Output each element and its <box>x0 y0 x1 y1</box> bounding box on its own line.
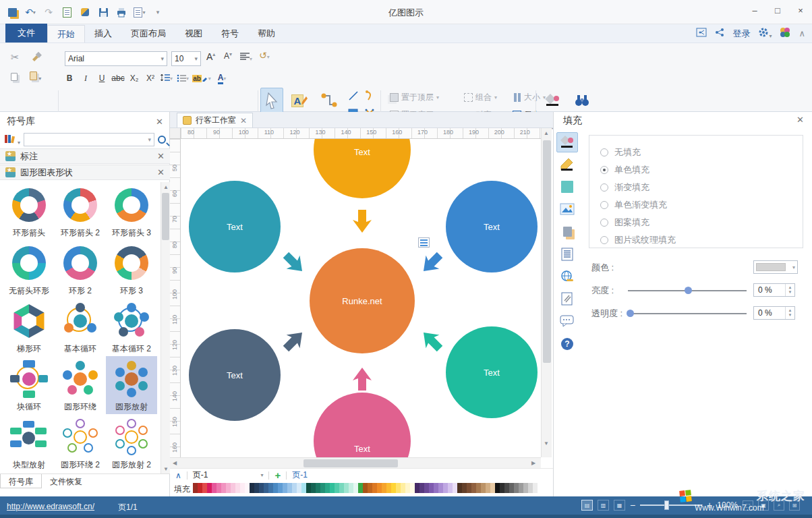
view-mode-outline-icon[interactable]: ▥ <box>598 500 609 511</box>
palette-swatch[interactable] <box>335 483 339 493</box>
group-button[interactable]: 组合▾ <box>464 92 497 103</box>
cut-icon[interactable]: ✂ <box>11 51 20 63</box>
palette-swatch[interactable] <box>330 483 335 493</box>
tab-symbol-library[interactable]: 符号库 <box>0 474 42 488</box>
palette-swatch[interactable] <box>434 483 438 493</box>
paste-icon[interactable]: ▾ <box>30 71 41 82</box>
library-section-callouts[interactable]: 标注 ✕ <box>0 148 170 164</box>
zoom-slider-thumb[interactable] <box>664 500 669 510</box>
radio-icon[interactable] <box>600 236 608 244</box>
sidebar-scrollbar[interactable]: ▲ ▼ <box>161 182 170 473</box>
line-shape-icon[interactable] <box>348 90 359 103</box>
palette-swatch[interactable] <box>292 483 297 493</box>
shape-item[interactable]: 块型放射 <box>3 414 55 472</box>
palette-swatch[interactable] <box>424 483 429 493</box>
palette-swatch[interactable] <box>528 483 533 493</box>
transparency-slider-thumb[interactable] <box>627 310 634 317</box>
brightness-slider-thumb[interactable] <box>685 287 692 294</box>
diagram-arrow-bottom-left[interactable] <box>279 326 309 355</box>
zoom-in-button[interactable]: + <box>707 500 712 511</box>
pen-style-icon[interactable] <box>556 154 578 175</box>
subscript-button[interactable]: X₂ <box>127 71 142 85</box>
tab-home[interactable]: 开始 <box>47 25 85 42</box>
shape-item[interactable]: 圆形放射 <box>106 356 157 414</box>
palette-swatch[interactable] <box>344 483 349 493</box>
edrawsoft-link[interactable]: http://www.edrawsoft.cn/ <box>7 502 94 511</box>
symbol-library-close-icon[interactable]: ✕ <box>156 117 163 127</box>
help-icon[interactable]: ? <box>556 334 578 354</box>
palette-swatch[interactable] <box>353 483 358 493</box>
palette-swatch[interactable] <box>481 483 486 493</box>
palette-swatch[interactable] <box>226 483 231 493</box>
palette-swatch[interactable] <box>273 483 278 493</box>
palette-swatch[interactable] <box>382 483 386 493</box>
fill-panel-close-icon[interactable]: ✕ <box>796 115 804 125</box>
view-mode-normal-icon[interactable]: ▤ <box>581 500 593 511</box>
italic-button[interactable]: I <box>78 71 93 85</box>
palette-swatch[interactable] <box>235 483 240 493</box>
bring-to-front-button[interactable]: 置于顶层▾ <box>390 92 439 103</box>
radio-icon[interactable] <box>600 219 608 227</box>
palette-swatch[interactable] <box>504 483 509 493</box>
radio-icon[interactable] <box>600 166 608 174</box>
scroll-left-icon[interactable]: ◀ <box>170 459 179 468</box>
palette-swatch[interactable] <box>495 483 500 493</box>
diagram-arrow-right[interactable] <box>417 248 446 278</box>
color-dropdown[interactable]: ▾ <box>753 260 798 274</box>
zoom-slider[interactable] <box>640 505 702 506</box>
pan-view-icon[interactable]: ▣ <box>758 500 769 511</box>
palette-swatch[interactable] <box>198 483 202 493</box>
page-selector-dropdown-icon[interactable]: ▾ <box>260 472 263 478</box>
maximize-button[interactable]: □ <box>766 0 789 20</box>
palette-swatch[interactable] <box>349 483 353 493</box>
palette-swatch[interactable] <box>283 483 287 493</box>
vertical-scrollbar[interactable]: ▲ ▼ <box>541 128 552 457</box>
palette-swatch[interactable] <box>287 483 292 493</box>
scroll-down-icon[interactable]: ▼ <box>161 464 171 473</box>
search-icon[interactable] <box>158 136 166 144</box>
library-section-circular-shapes[interactable]: 圆形图表形状 ✕ <box>0 165 170 180</box>
diagram-arrow-left[interactable] <box>279 248 309 278</box>
document-tab-close-icon[interactable]: ✕ <box>240 116 247 125</box>
globe-icon[interactable] <box>556 266 578 287</box>
palette-swatch[interactable] <box>457 483 462 493</box>
fill-option[interactable]: 单色填充 <box>600 161 803 179</box>
shape-item[interactable]: 基本循环 <box>55 298 106 356</box>
add-page-button[interactable]: + <box>274 469 281 481</box>
scrollbar-thumb[interactable] <box>162 193 169 240</box>
login-button[interactable]: 登录 <box>732 28 750 40</box>
bullet-list-button[interactable]: ▾ <box>175 71 190 85</box>
palette-swatch[interactable] <box>363 483 368 493</box>
palette-swatch[interactable] <box>519 483 523 493</box>
palette-swatch[interactable] <box>462 483 467 493</box>
palette-swatch[interactable] <box>372 483 377 493</box>
tab-file-recovery[interactable]: 文件恢复 <box>42 474 90 488</box>
underline-button[interactable]: U <box>94 71 109 85</box>
palette-swatch[interactable] <box>438 483 443 493</box>
tab-insert[interactable]: 插入 <box>85 25 121 42</box>
scrollbar-thumb[interactable] <box>543 140 551 363</box>
palette-swatch[interactable] <box>264 483 268 493</box>
palette-swatch[interactable] <box>245 483 250 493</box>
fill-option[interactable]: 渐变填充 <box>600 179 803 196</box>
font-size-select[interactable]: 10▾ <box>171 51 201 66</box>
palette-swatch[interactable] <box>476 483 481 493</box>
rotate-text-icon[interactable]: ↺▾ <box>259 50 270 61</box>
palette-swatch[interactable] <box>396 483 401 493</box>
palette-swatch[interactable] <box>212 483 216 493</box>
palette-swatch[interactable] <box>221 483 226 493</box>
palette-swatch[interactable] <box>391 483 396 493</box>
close-button[interactable]: × <box>789 0 812 20</box>
palette-swatch[interactable] <box>254 483 259 493</box>
palette-swatch[interactable] <box>509 483 514 493</box>
font-family-select[interactable]: Arial▾ <box>65 51 167 66</box>
palette-swatch[interactable] <box>301 483 306 493</box>
palette-swatch[interactable] <box>316 483 320 493</box>
shape-item[interactable]: 圆形环绕 <box>55 356 106 414</box>
line-spacing-button[interactable]: ▾ <box>159 71 174 85</box>
page-selector[interactable]: 页-1 <box>193 469 208 481</box>
align-text-icon[interactable]: ▾ <box>240 53 252 63</box>
zoom-area-icon[interactable]: ⌕ <box>774 500 784 511</box>
comment-icon[interactable] <box>556 311 578 331</box>
palette-swatch[interactable] <box>306 483 311 493</box>
